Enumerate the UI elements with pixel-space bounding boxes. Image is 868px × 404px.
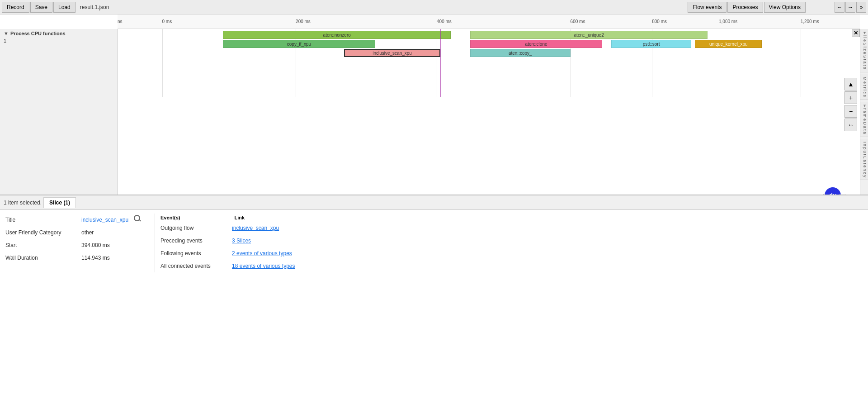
tracks-area: aten::nonzero aten::_unique2 copy_if_xpu…: [118, 29, 860, 97]
tab-frame-data[interactable]: F r a m e D a t a: [860, 102, 868, 137]
tab-metrics[interactable]: M e t r i c s: [860, 74, 868, 100]
bottom-tabs-bar: 1 item selected. Slice (1): [0, 195, 868, 210]
time-label-800ms: 800 ms: [652, 19, 667, 24]
slice-tab[interactable]: Slice (1): [43, 197, 76, 208]
flame-bar-unique2[interactable]: aten::_unique2: [470, 31, 708, 39]
process-title: ▼ Process CPU functions: [0, 29, 117, 37]
record-button[interactable]: Record: [2, 2, 29, 13]
nav-more-button[interactable]: »: [856, 2, 866, 13]
nav-right-button[interactable]: →: [845, 2, 855, 13]
title-row: Title inclusive_scan_xpu: [5, 214, 140, 226]
bottom-panel: 1 item selected. Slice (1) Title inclusi…: [0, 195, 868, 404]
fit-window-button[interactable]: ↔: [844, 119, 857, 131]
processes-button[interactable]: Processes: [727, 2, 763, 13]
row-number: 1: [0, 37, 117, 44]
all-connected-row: All connected events 18 events of variou…: [160, 260, 298, 272]
details-column: Title inclusive_scan_xpu User Friendly C…: [5, 214, 140, 272]
time-label-400ms: 400 ms: [437, 19, 452, 24]
timeline-header: ns 0 ms 200 ms 400 ms 600 ms 800 ms 1,00…: [118, 14, 860, 29]
events-column: Event(s) Link Outgoing flow inclusive_sc…: [160, 214, 298, 272]
flow-events-button[interactable]: Flow events: [688, 2, 726, 13]
tab-input-latency[interactable]: I n p u t L a t e n c y: [860, 139, 868, 181]
filename-label: result.1.json: [80, 4, 109, 10]
load-button[interactable]: Load: [53, 2, 75, 13]
flame-bar-clone[interactable]: aten::clone: [470, 40, 602, 48]
tab-file-size-stats[interactable]: F i l e S i z e S t a t s: [860, 29, 868, 72]
toolbar-right: Flow events Processes View Options ← → »: [688, 2, 866, 13]
outgoing-flow-row: Outgoing flow inclusive_scan_xpu: [160, 222, 298, 234]
start-row: Start 394.080 ms: [5, 239, 140, 252]
flame-bar-nonzero[interactable]: aten::nonzero: [223, 31, 451, 39]
time-label-0ms: 0 ms: [162, 19, 172, 24]
category-row: User Friendly Category other: [5, 226, 140, 239]
zoom-in-button[interactable]: +: [844, 91, 857, 104]
view-options-button[interactable]: View Options: [764, 2, 806, 13]
flame-bar-copyif[interactable]: copy_if_xpu: [223, 40, 375, 48]
nav-controls: ▲ + − ↔: [844, 78, 857, 131]
close-button[interactable]: ✕: [852, 29, 860, 37]
collapse-arrow[interactable]: ▼: [4, 31, 9, 36]
scroll-up-button[interactable]: ▲: [844, 78, 857, 90]
flame-bar-sort[interactable]: pstl::sort: [611, 40, 691, 48]
selection-marker: [440, 29, 441, 97]
time-label-600ms: 600 ms: [571, 19, 585, 24]
zoom-out-button[interactable]: −: [844, 105, 857, 118]
flame-bar-unique-kernel[interactable]: unique_kernel_xpu: [695, 40, 762, 48]
time-label-ns: ns: [118, 19, 123, 24]
flame-bar-copy[interactable]: aten::copy_: [470, 49, 571, 57]
right-sidebar-tabs: F i l e S i z e S t a t s M e t r i c s …: [860, 29, 868, 209]
panel-divider: [155, 214, 155, 272]
bottom-content: Title inclusive_scan_xpu User Friendly C…: [0, 210, 868, 276]
time-label-200ms: 200 ms: [296, 19, 311, 24]
toolbar: Record Save Load result.1.json Flow even…: [0, 0, 868, 14]
selection-info: 1 item selected.: [4, 200, 42, 206]
time-label-1000ms: 1,000 ms: [719, 19, 737, 24]
process-label-area: ▼ Process CPU functions 1: [0, 29, 118, 209]
following-events-row: Following events 2 events of various typ…: [160, 247, 298, 260]
events-header: Event(s) Link: [160, 214, 298, 222]
duration-row: Wall Duration 114.943 ms: [5, 252, 140, 264]
flame-bar-inclusive-scan[interactable]: inclusive_scan_xpu: [344, 49, 440, 57]
preceding-events-row: Preceding events 3 Slices: [160, 234, 298, 247]
nav-left-button[interactable]: ←: [835, 2, 844, 13]
search-title-icon[interactable]: [134, 215, 140, 221]
save-button[interactable]: Save: [30, 2, 52, 13]
time-label-1200ms: 1,200 ms: [801, 19, 819, 24]
